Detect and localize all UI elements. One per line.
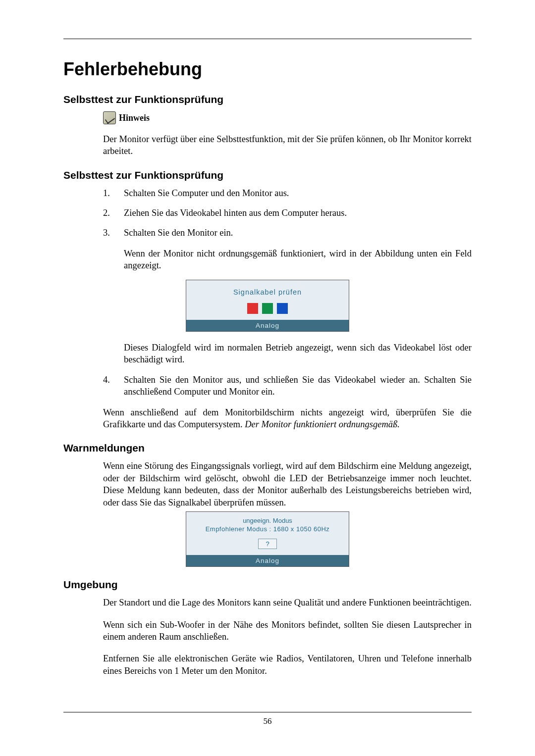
osd1-square-green	[262, 303, 273, 314]
osd1-body: Signalkabel prüfen	[186, 280, 349, 320]
osd2-body: ungeeign. Modus Empfohlener Modus : 1680…	[186, 512, 349, 555]
section-heading-selftest-1: Selbsttest zur Funktionsprüfung	[63, 94, 472, 105]
env-p1: Der Standort und die Lage des Monitors k…	[103, 597, 472, 608]
step3-followup-a: Wenn der Monitor nicht ordnungsgemäß fun…	[124, 248, 472, 272]
closing-italic: Der Monitor funktioniert ordnungsgemäß.	[245, 419, 400, 429]
osd2-box: ungeeign. Modus Empfohlener Modus : 1680…	[186, 511, 349, 567]
osd2-help-button: ?	[258, 539, 276, 549]
step-number: 4.	[103, 374, 124, 398]
list-item: 3. Schalten Sie den Monitor ein.	[103, 227, 472, 239]
osd-figure-2: ungeeign. Modus Empfohlener Modus : 1680…	[63, 511, 472, 567]
osd1-square-red	[247, 303, 258, 314]
note-icon	[103, 111, 116, 124]
steps-list: 1. Schalten Sie Computer und den Monitor…	[103, 187, 472, 239]
step-text: Schalten Sie den Monitor ein.	[124, 227, 472, 239]
footer-rule	[63, 712, 472, 712]
list-item: 4. Schalten Sie den Monitor aus, und sch…	[103, 374, 472, 398]
osd1-color-row	[190, 303, 345, 314]
osd2-line1: ungeeign. Modus	[190, 517, 345, 524]
env-p2: Wenn sich ein Sub-Woofer in der Nähe des…	[103, 619, 472, 643]
step-text: Schalten Sie den Monitor aus, und schlie…	[124, 374, 472, 398]
step-number: 2.	[103, 207, 124, 219]
page-title: Fehlerbehebung	[63, 59, 472, 80]
section-heading-warnings: Warnmeldungen	[63, 442, 472, 454]
osd1-box: Signalkabel prüfen Analog	[186, 280, 349, 332]
step-number: 1.	[103, 187, 124, 199]
osd1-message: Signalkabel prüfen	[190, 288, 345, 296]
steps-list-cont: 4. Schalten Sie den Monitor aus, und sch…	[103, 374, 472, 398]
step-text: Ziehen Sie das Videokabel hinten aus dem…	[124, 207, 472, 219]
page-footer: 56	[63, 712, 472, 726]
step-number: 3.	[103, 227, 124, 239]
osd2-line2: Empfohlener Modus : 1680 x 1050 60Hz	[190, 525, 345, 533]
note-row: Hinweis	[103, 111, 472, 124]
note-label: Hinweis	[119, 113, 150, 123]
list-item: 2. Ziehen Sie das Videokabel hinten aus …	[103, 207, 472, 219]
section-heading-selftest-2: Selbsttest zur Funktionsprüfung	[63, 169, 472, 181]
note-body: Der Monitor verfügt über eine Selbsttest…	[103, 133, 472, 157]
osd1-footer-bar: Analog	[186, 320, 349, 331]
section-heading-environment: Umgebung	[63, 579, 472, 591]
step-text: Schalten Sie Computer und den Monitor au…	[124, 187, 472, 199]
page-number: 56	[63, 716, 472, 726]
env-p3: Entfernen Sie alle elektronischen Geräte…	[103, 653, 472, 677]
top-rule	[63, 39, 472, 39]
list-item: 1. Schalten Sie Computer und den Monitor…	[103, 187, 472, 199]
warnings-body: Wenn eine Störung des Eingangssignals vo…	[103, 460, 472, 508]
section2-closing: Wenn anschließend auf dem Monitorbildsch…	[103, 406, 472, 431]
document-page: Fehlerbehebung Selbsttest zur Funktionsp…	[0, 0, 535, 756]
osd-figure-1: Signalkabel prüfen Analog	[63, 280, 472, 332]
step3-followup-b: Dieses Dialogfeld wird im normalen Betri…	[124, 342, 472, 366]
osd1-square-blue	[277, 303, 288, 314]
osd2-footer-bar: Analog	[186, 555, 349, 566]
